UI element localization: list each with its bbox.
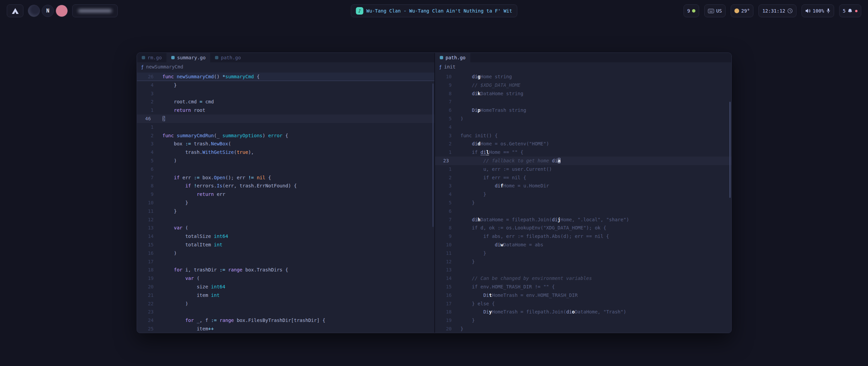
notifications-pill[interactable]: 5 bbox=[839, 4, 861, 17]
code-text: } bbox=[460, 325, 731, 333]
code-text: item++ bbox=[162, 325, 434, 333]
line-number: 14 bbox=[137, 232, 154, 241]
line-number: 4 bbox=[435, 123, 452, 131]
line-number: 3 bbox=[435, 131, 452, 140]
line-number: 5 bbox=[137, 157, 154, 165]
breadcrumb-left: ƒ newSummaryCmd bbox=[137, 62, 434, 71]
code-text: func init() { bbox=[460, 131, 731, 140]
line-number: 10 bbox=[137, 199, 154, 207]
code-text: } bbox=[460, 316, 731, 325]
code-text: func summaryCmdRun(_ summaryOptions) err… bbox=[162, 131, 434, 140]
topbar-right: 9 US 29° 12:31:12 bbox=[684, 4, 861, 17]
line-number: 46 bbox=[137, 115, 154, 123]
code-line: 7 dihDataHome = filepath.Join(dijHome, "… bbox=[435, 216, 731, 224]
tab-label: path.go bbox=[221, 55, 241, 60]
code-line: 4 } bbox=[137, 81, 434, 89]
launcher-button[interactable] bbox=[7, 4, 23, 17]
scrollbar-right[interactable] bbox=[729, 102, 731, 198]
line-number: 8 bbox=[435, 89, 452, 98]
tray-icon-3[interactable] bbox=[56, 5, 68, 17]
code-line: 12 } bbox=[435, 258, 731, 266]
line-number: 10 bbox=[435, 241, 452, 249]
code-text: root.cmd = cmd bbox=[162, 98, 434, 106]
bell-icon bbox=[848, 8, 852, 14]
scrollbar-left[interactable] bbox=[432, 83, 434, 227]
tab-path.go[interactable]: path.go bbox=[210, 53, 245, 62]
line-number: 24 bbox=[137, 316, 154, 325]
code-text: if env.HOME_TRASH_DIR != "" { bbox=[460, 283, 731, 291]
line-number: 3 bbox=[137, 89, 154, 98]
arch-logo-icon bbox=[12, 8, 19, 14]
code-line: 12 bbox=[137, 216, 434, 224]
line-number: 18 bbox=[137, 266, 154, 274]
context-line: 26func newSummaryCmd() *summaryCmd { bbox=[137, 73, 434, 81]
tab-rm.go[interactable]: rm.go bbox=[137, 53, 166, 62]
line-number: 23 bbox=[137, 308, 154, 316]
code-area-right[interactable]: 10 digHome string9 // $XDG_DATA_HOME8 di… bbox=[435, 71, 731, 333]
line-number: 3 bbox=[137, 140, 154, 148]
code-text: ) bbox=[162, 300, 434, 308]
line-number: 1 bbox=[435, 165, 452, 174]
code-area-left[interactable]: 26func newSummaryCmd() *summaryCmd {4 }3… bbox=[137, 71, 434, 333]
code-line: 9 return err bbox=[137, 190, 434, 199]
tab-summary.go[interactable]: summary.go bbox=[166, 53, 210, 62]
media-player-pill[interactable]: ♪ Wu-Tang Clan - Wu-Tang Clan Ain't Nuth… bbox=[351, 4, 517, 17]
go-file-icon bbox=[440, 56, 443, 59]
code-text: totalSize int64 bbox=[162, 232, 434, 241]
code-text bbox=[460, 207, 731, 216]
code-text: dihDataHome = filepath.Join(dijHome, ".l… bbox=[460, 216, 731, 224]
keyboard-layout-pill[interactable]: US bbox=[704, 4, 726, 17]
code-text: ) bbox=[162, 157, 434, 165]
blurred-private-widget[interactable] bbox=[72, 4, 118, 17]
line-number: 15 bbox=[137, 241, 154, 249]
clock-icon bbox=[787, 8, 793, 14]
code-line: 6 bbox=[137, 165, 434, 174]
code-line: 4 bbox=[435, 123, 731, 131]
code-line: 1 bbox=[137, 123, 434, 131]
tray-icon-1[interactable] bbox=[28, 5, 40, 17]
code-line: 1 return root bbox=[137, 106, 434, 115]
code-line: 2func summaryCmdRun(_ summaryOptions) er… bbox=[137, 131, 434, 140]
updates-pill[interactable]: 9 bbox=[684, 4, 699, 17]
code-line: 16 ) bbox=[137, 249, 434, 258]
code-line: 16 DitHomeTrash = env.HOME_TRASH_DIR bbox=[435, 291, 731, 300]
code-line: 9 // $XDG_DATA_HOME bbox=[435, 81, 731, 89]
line-number: 3 bbox=[435, 182, 452, 190]
line-number: 8 bbox=[137, 182, 154, 190]
line-number: 2 bbox=[435, 174, 452, 182]
code-line: 5) bbox=[435, 115, 731, 123]
code-line: 10 digHome string bbox=[435, 73, 731, 81]
code-text bbox=[162, 258, 434, 266]
code-line: 13 var ( bbox=[137, 224, 434, 232]
line-number: 4 bbox=[137, 148, 154, 157]
notifications-count: 5 bbox=[843, 8, 846, 14]
line-number: 18 bbox=[435, 308, 452, 316]
code-text bbox=[162, 89, 434, 98]
code-line: 10 diwDataHome = abs bbox=[435, 241, 731, 249]
tray-icon-2[interactable]: N bbox=[42, 5, 54, 17]
code-text: item int bbox=[162, 291, 434, 300]
volume-pill[interactable]: 100% bbox=[802, 4, 834, 17]
code-line: 17 bbox=[137, 258, 434, 266]
line-number: 9 bbox=[137, 190, 154, 199]
line-number: 22 bbox=[137, 300, 154, 308]
code-line: 11 } bbox=[435, 249, 731, 258]
code-line: 19 } bbox=[435, 316, 731, 325]
code-line: 4 trash.WithGetSize(true), bbox=[137, 148, 434, 157]
code-text: DiyHomeTrash = filepath.Join(dioDataHome… bbox=[460, 308, 731, 316]
speaker-icon bbox=[805, 8, 811, 13]
code-text: digHome string bbox=[460, 73, 731, 81]
clock-pill[interactable]: 12:31:12 bbox=[758, 4, 796, 17]
code-line: 2 if err == nil { bbox=[435, 174, 731, 182]
tab-label: rm.go bbox=[147, 55, 162, 60]
code-text: func newSummaryCmd() *summaryCmd { bbox=[162, 73, 434, 81]
go-file-icon bbox=[215, 56, 218, 59]
code-line: 5 ) bbox=[137, 157, 434, 165]
weather-pill[interactable]: 29° bbox=[731, 4, 753, 17]
blurred-text bbox=[78, 9, 112, 13]
code-text: } bbox=[460, 199, 731, 207]
line-number: 4 bbox=[435, 190, 452, 199]
function-icon: ƒ bbox=[141, 64, 144, 69]
topbar-left: N bbox=[7, 4, 118, 17]
tab-path.go[interactable]: path.go bbox=[435, 53, 470, 62]
